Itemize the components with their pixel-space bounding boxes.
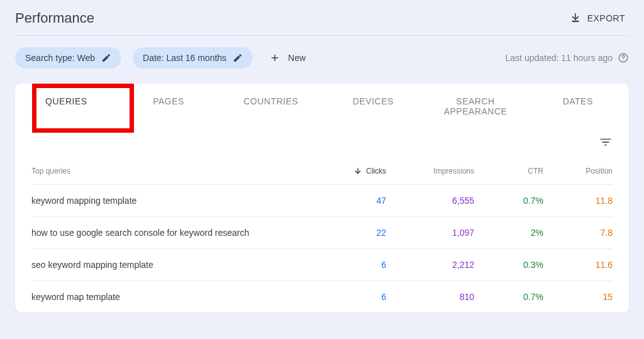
search-type-label: Search type: Web bbox=[25, 53, 95, 63]
tab-devices[interactable]: DEVICES bbox=[322, 84, 425, 129]
new-filter-button[interactable]: New bbox=[264, 52, 311, 64]
pencil-icon bbox=[233, 53, 243, 63]
tabs: QUERIES PAGES COUNTRIES DEVICES SEARCH A… bbox=[15, 84, 629, 129]
impressions-cell: 2,212 bbox=[386, 260, 474, 270]
page-title: Performance bbox=[15, 10, 94, 26]
col-clicks-label: Clicks bbox=[366, 167, 386, 175]
position-cell: 11.8 bbox=[543, 196, 613, 206]
table-row[interactable]: keyword map template 6 810 0.7% 15 bbox=[31, 281, 613, 313]
impressions-cell: 810 bbox=[386, 292, 474, 302]
arrow-down-icon bbox=[353, 167, 362, 175]
query-cell: how to use google search console for key… bbox=[31, 228, 311, 238]
tab-queries[interactable]: QUERIES bbox=[15, 84, 118, 129]
help-icon[interactable] bbox=[618, 52, 629, 64]
svg-point-1 bbox=[623, 60, 623, 60]
export-label: EXPORT bbox=[587, 13, 625, 23]
col-ctr[interactable]: CTR bbox=[474, 167, 543, 175]
query-cell: keyword mapping template bbox=[31, 196, 311, 206]
clicks-cell: 6 bbox=[311, 292, 386, 302]
last-updated-text: Last updated: 11 hours ago bbox=[506, 53, 613, 63]
col-position[interactable]: Position bbox=[543, 167, 613, 175]
ctr-cell: 2% bbox=[474, 228, 543, 238]
query-cell: keyword map template bbox=[31, 292, 311, 302]
table-row[interactable]: seo keyword mapping template 6 2,212 0.3… bbox=[31, 248, 613, 281]
ctr-cell: 0.3% bbox=[474, 260, 543, 270]
table-header: Top queries Clicks Impressions CTR Posit… bbox=[31, 149, 613, 184]
last-updated: Last updated: 11 hours ago bbox=[506, 52, 629, 64]
queries-table: Top queries Clicks Impressions CTR Posit… bbox=[15, 149, 629, 313]
clicks-cell: 6 bbox=[311, 260, 386, 270]
tab-pages[interactable]: PAGES bbox=[118, 84, 220, 129]
impressions-cell: 6,555 bbox=[386, 196, 474, 206]
date-label: Date: Last 16 months bbox=[143, 53, 226, 63]
clicks-cell: 47 bbox=[311, 196, 386, 206]
plus-icon bbox=[269, 52, 280, 64]
col-impressions[interactable]: Impressions bbox=[386, 167, 474, 175]
download-icon bbox=[570, 13, 581, 24]
impressions-cell: 1,097 bbox=[386, 228, 474, 238]
query-cell: seo keyword mapping template bbox=[31, 260, 311, 270]
tab-dates[interactable]: DATES bbox=[526, 84, 629, 129]
position-cell: 7.8 bbox=[543, 228, 613, 238]
results-card: QUERIES PAGES COUNTRIES DEVICES SEARCH A… bbox=[15, 84, 629, 313]
tab-search-appearance[interactable]: SEARCH APPEARANCE bbox=[425, 84, 527, 129]
export-button[interactable]: EXPORT bbox=[570, 13, 629, 24]
table-row[interactable]: keyword mapping template 47 6,555 0.7% 1… bbox=[31, 184, 613, 216]
table-filter-row bbox=[15, 129, 629, 149]
position-cell: 11.6 bbox=[543, 260, 613, 270]
date-chip[interactable]: Date: Last 16 months bbox=[133, 47, 253, 69]
clicks-cell: 22 bbox=[311, 228, 386, 238]
pencil-icon bbox=[101, 53, 111, 63]
new-label: New bbox=[288, 53, 306, 63]
col-queries[interactable]: Top queries bbox=[31, 167, 311, 175]
ctr-cell: 0.7% bbox=[474, 292, 543, 302]
filter-left: Search type: Web Date: Last 16 months Ne… bbox=[15, 47, 311, 69]
search-type-chip[interactable]: Search type: Web bbox=[15, 47, 121, 69]
tab-countries[interactable]: COUNTRIES bbox=[219, 84, 322, 129]
filter-bar: Search type: Web Date: Last 16 months Ne… bbox=[0, 36, 644, 84]
col-clicks[interactable]: Clicks bbox=[311, 167, 386, 175]
ctr-cell: 0.7% bbox=[474, 196, 543, 206]
position-cell: 15 bbox=[543, 292, 613, 302]
table-row[interactable]: how to use google search console for key… bbox=[31, 216, 613, 248]
header: Performance EXPORT bbox=[0, 0, 644, 35]
filter-icon[interactable] bbox=[599, 135, 613, 149]
